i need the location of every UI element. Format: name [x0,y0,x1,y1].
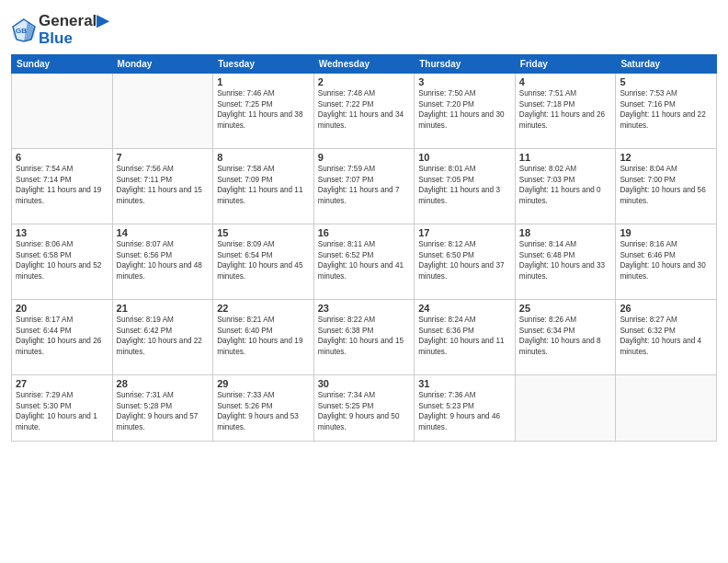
day-number: 2 [318,76,411,87]
calendar-table: SundayMondayTuesdayWednesdayThursdayFrid… [11,54,717,442]
day-number: 24 [418,303,511,314]
day-info: Sunrise: 7:33 AM Sunset: 5:26 PM Dayligh… [217,390,310,432]
day-number: 8 [217,152,310,163]
day-info: Sunrise: 7:58 AM Sunset: 7:09 PM Dayligh… [217,164,310,206]
calendar-cell: 13Sunrise: 8:06 AM Sunset: 6:58 PM Dayli… [12,224,113,300]
day-info: Sunrise: 7:48 AM Sunset: 7:22 PM Dayligh… [318,88,411,131]
day-number: 23 [318,303,411,314]
day-number: 29 [217,378,310,389]
calendar-cell: 1Sunrise: 7:46 AM Sunset: 7:25 PM Daylig… [213,74,314,149]
calendar-cell: 18Sunrise: 8:14 AM Sunset: 6:48 PM Dayli… [515,224,616,300]
weekday-header: Thursday [415,55,516,74]
day-info: Sunrise: 8:17 AM Sunset: 6:44 PM Dayligh… [16,315,108,357]
day-number: 11 [519,152,612,163]
day-number: 20 [16,303,108,314]
day-info: Sunrise: 8:22 AM Sunset: 6:38 PM Dayligh… [318,315,411,357]
day-number: 10 [418,152,511,163]
day-info: Sunrise: 8:09 AM Sunset: 6:54 PM Dayligh… [217,239,310,282]
calendar-cell: 2Sunrise: 7:48 AM Sunset: 7:22 PM Daylig… [313,74,415,149]
day-number: 4 [519,76,612,87]
calendar-cell: 25Sunrise: 8:26 AM Sunset: 6:34 PM Dayli… [515,300,616,375]
calendar-cell: 10Sunrise: 8:01 AM Sunset: 7:05 PM Dayli… [415,149,516,224]
day-number: 18 [519,227,612,238]
day-info: Sunrise: 7:31 AM Sunset: 5:28 PM Dayligh… [117,390,210,432]
day-info: Sunrise: 8:19 AM Sunset: 6:42 PM Dayligh… [117,315,210,357]
day-info: Sunrise: 8:27 AM Sunset: 6:32 PM Dayligh… [620,315,712,357]
calendar-cell: 20Sunrise: 8:17 AM Sunset: 6:44 PM Dayli… [12,300,113,375]
day-number: 30 [318,378,411,389]
day-info: Sunrise: 8:16 AM Sunset: 6:46 PM Dayligh… [620,239,712,282]
calendar-cell: 8Sunrise: 7:58 AM Sunset: 7:09 PM Daylig… [213,149,314,224]
weekday-header: Monday [112,55,213,74]
calendar-cell: 6Sunrise: 7:54 AM Sunset: 7:14 PM Daylig… [12,149,113,224]
calendar-cell: 24Sunrise: 8:24 AM Sunset: 6:36 PM Dayli… [415,300,516,375]
calendar-cell: 16Sunrise: 8:11 AM Sunset: 6:52 PM Dayli… [313,224,415,300]
page-container: GB General▶ Blue SundayMondayTuesdayWedn… [0,0,728,563]
day-number: 15 [217,227,310,238]
weekday-header: Tuesday [213,55,314,74]
calendar-cell: 29Sunrise: 7:33 AM Sunset: 5:26 PM Dayli… [213,375,314,442]
calendar-week-row: 20Sunrise: 8:17 AM Sunset: 6:44 PM Dayli… [12,300,717,375]
calendar-cell: 4Sunrise: 7:51 AM Sunset: 7:18 PM Daylig… [515,74,616,149]
weekday-header-row: SundayMondayTuesdayWednesdayThursdayFrid… [12,55,717,74]
logo-icon: GB [11,17,37,43]
day-info: Sunrise: 7:51 AM Sunset: 7:18 PM Dayligh… [519,88,612,131]
day-number: 3 [418,76,511,87]
calendar-cell [12,74,113,149]
weekday-header: Saturday [616,55,717,74]
calendar-cell: 14Sunrise: 8:07 AM Sunset: 6:56 PM Dayli… [112,224,213,300]
day-number: 22 [217,303,310,314]
weekday-header: Wednesday [313,55,415,74]
day-info: Sunrise: 7:36 AM Sunset: 5:23 PM Dayligh… [418,390,511,432]
day-info: Sunrise: 7:50 AM Sunset: 7:20 PM Dayligh… [418,88,511,131]
weekday-header: Sunday [12,55,113,74]
day-number: 19 [620,227,712,238]
calendar-cell: 3Sunrise: 7:50 AM Sunset: 7:20 PM Daylig… [415,74,516,149]
day-number: 6 [16,152,108,163]
logo: GB General▶ Blue [11,13,108,47]
calendar-cell: 15Sunrise: 8:09 AM Sunset: 6:54 PM Dayli… [213,224,314,300]
day-number: 13 [16,227,108,238]
day-number: 17 [418,227,511,238]
day-number: 1 [217,76,310,87]
day-number: 28 [117,378,210,389]
day-number: 5 [620,76,712,87]
calendar-cell: 12Sunrise: 8:04 AM Sunset: 7:00 PM Dayli… [616,149,717,224]
weekday-header: Friday [515,55,616,74]
calendar-week-row: 6Sunrise: 7:54 AM Sunset: 7:14 PM Daylig… [12,149,717,224]
day-number: 26 [620,303,712,314]
calendar-cell: 28Sunrise: 7:31 AM Sunset: 5:28 PM Dayli… [112,375,213,442]
day-number: 7 [117,152,210,163]
day-number: 9 [318,152,411,163]
calendar-cell: 9Sunrise: 7:59 AM Sunset: 7:07 PM Daylig… [313,149,415,224]
calendar-cell: 27Sunrise: 7:29 AM Sunset: 5:30 PM Dayli… [12,375,113,442]
day-info: Sunrise: 7:29 AM Sunset: 5:30 PM Dayligh… [16,390,108,432]
day-info: Sunrise: 8:02 AM Sunset: 7:03 PM Dayligh… [519,164,612,206]
calendar-cell [112,74,213,149]
calendar-cell: 11Sunrise: 8:02 AM Sunset: 7:03 PM Dayli… [515,149,616,224]
calendar-cell: 31Sunrise: 7:36 AM Sunset: 5:23 PM Dayli… [415,375,516,442]
day-info: Sunrise: 8:11 AM Sunset: 6:52 PM Dayligh… [318,239,411,282]
day-info: Sunrise: 7:46 AM Sunset: 7:25 PM Dayligh… [217,88,310,131]
calendar-cell [515,375,616,442]
day-number: 16 [318,227,411,238]
calendar-cell: 19Sunrise: 8:16 AM Sunset: 6:46 PM Dayli… [616,224,717,300]
day-info: Sunrise: 8:04 AM Sunset: 7:00 PM Dayligh… [620,164,712,206]
day-number: 12 [620,152,712,163]
logo-text: General▶ Blue [39,13,108,47]
day-info: Sunrise: 7:34 AM Sunset: 5:25 PM Dayligh… [318,390,411,432]
day-number: 21 [117,303,210,314]
day-number: 31 [418,378,511,389]
day-info: Sunrise: 7:54 AM Sunset: 7:14 PM Dayligh… [16,164,108,206]
calendar-cell: 5Sunrise: 7:53 AM Sunset: 7:16 PM Daylig… [616,74,717,149]
day-number: 14 [117,227,210,238]
day-info: Sunrise: 8:06 AM Sunset: 6:58 PM Dayligh… [16,239,108,282]
day-info: Sunrise: 8:12 AM Sunset: 6:50 PM Dayligh… [418,239,511,282]
calendar-cell: 22Sunrise: 8:21 AM Sunset: 6:40 PM Dayli… [213,300,314,375]
svg-text:GB: GB [16,27,27,35]
day-info: Sunrise: 7:59 AM Sunset: 7:07 PM Dayligh… [318,164,411,206]
day-info: Sunrise: 8:26 AM Sunset: 6:34 PM Dayligh… [519,315,612,357]
calendar-cell: 17Sunrise: 8:12 AM Sunset: 6:50 PM Dayli… [415,224,516,300]
calendar-cell: 30Sunrise: 7:34 AM Sunset: 5:25 PM Dayli… [313,375,415,442]
calendar-week-row: 1Sunrise: 7:46 AM Sunset: 7:25 PM Daylig… [12,74,717,149]
